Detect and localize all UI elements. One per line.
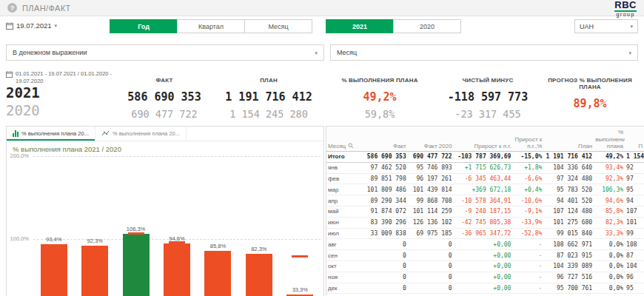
table-cell: 0,0% xyxy=(594,263,625,269)
table-row[interactable]: апр89 290 34499 868 708-10 578 364,91-10… xyxy=(326,195,644,206)
chart-tab-bar-chart[interactable]: % выполнения плана 20... xyxy=(7,127,95,141)
kpi-forecast-completion: ПРОГНОЗ % ВЫПОЛНЕНИЯ ПЛАНА 89,8% xyxy=(540,77,640,115)
period-button-group: Год Квартал Месяц xyxy=(110,19,312,33)
bar-value-label: 92,3% xyxy=(78,238,111,244)
help-icon[interactable]: ? xyxy=(7,3,17,13)
table-row[interactable]: фев89 851 79896 197 261-6 345 463,44-6,6… xyxy=(326,174,644,185)
table-cell: 101 114 259 xyxy=(408,208,454,215)
table-cell: 0 xyxy=(408,274,454,280)
bar-июн[interactable] xyxy=(246,254,272,296)
bar-value-label: 82,3% xyxy=(243,246,275,252)
table-row[interactable]: авг00+0,00-108 662 9710,0%108 xyxy=(326,239,644,250)
period-button-year[interactable]: Год xyxy=(110,19,178,33)
table-row[interactable]: ноя00+0,00-96 727 5160,0%96 xyxy=(326,272,644,283)
chevron-down-icon: ▾ xyxy=(55,23,58,28)
column-header-1[interactable]: Факт xyxy=(358,141,408,151)
kpi-band: 01.01.2021 - 19.07.2021 / 01.01.2020 - 1… xyxy=(0,68,644,126)
table-cell: - xyxy=(512,263,543,269)
column-header-0[interactable]: Месяц xyxy=(326,141,358,151)
chevron-down-icon: ▾ xyxy=(630,24,633,29)
table-row[interactable]: июл33 009 83869 975 185-36 965 347,72-52… xyxy=(326,229,644,240)
year-button-2020[interactable]: 2020 xyxy=(393,19,461,33)
table-cell: 93,4% xyxy=(594,164,625,171)
period-button-quarter[interactable]: Квартал xyxy=(177,19,245,33)
kpi-date-range-text: 01.01.2021 - 19.07.2021 / 01.01.2020 - 1… xyxy=(16,70,126,85)
table-header: МесяцФактФакт 2020Прирост к п.г.Прирост … xyxy=(326,127,644,152)
table-cell: 101 275 680 xyxy=(543,219,594,226)
column-header-2[interactable]: Факт 2020 xyxy=(408,141,454,151)
period-button-month[interactable]: Месяц xyxy=(244,19,312,33)
currency-value: UAH xyxy=(580,23,594,30)
table-cell: 95 xyxy=(625,186,644,193)
table-cell: 89 290 344 xyxy=(358,198,408,204)
date-picker-value: 19.07.2021 xyxy=(16,21,52,30)
column-header-label: Месяц xyxy=(328,143,346,149)
table-row[interactable]: июн83 390 296126 136 102-42 745 805,38-3… xyxy=(326,218,644,229)
column-header-7[interactable]: П xyxy=(625,141,644,151)
table-cell: сен xyxy=(326,252,358,259)
table-cell: 104 xyxy=(625,263,644,269)
bar-янв[interactable] xyxy=(41,244,67,296)
prev-year-marker xyxy=(128,232,144,235)
column-header-4[interactable]: Прирост к п.г.,% xyxy=(512,135,543,151)
column-header-5[interactable]: План xyxy=(543,141,594,151)
table-cell: -33,9% xyxy=(512,219,543,226)
dimension-select-value: Месяц xyxy=(337,49,357,56)
table-cell: 0 xyxy=(408,252,454,259)
table-cell: 69 975 185 xyxy=(408,230,454,237)
bar-value-label: 93,4% xyxy=(38,236,70,243)
table-row[interactable]: май91 874 072101 114 259-9 240 187,15-9,… xyxy=(326,206,644,218)
currency-select[interactable]: UAH ▾ xyxy=(574,19,638,33)
table-cell: 126 136 102 xyxy=(408,219,454,226)
table-cell: 107 xyxy=(625,208,644,215)
table-cell: 586 690 353 xyxy=(358,153,408,160)
table-row[interactable]: дек00+0,00-95 700 7610,0%95 xyxy=(326,283,644,295)
table-cell: 106,3% xyxy=(594,186,625,193)
table-cell: - xyxy=(512,274,543,280)
toolbar-row-2: В денежном выражении ▾ Месяц ▾ xyxy=(0,44,644,61)
kpi-header: % ВЫПОЛНЕНИЯ ПЛАНА xyxy=(327,77,432,84)
table-cell: +1 715 626,73 xyxy=(454,164,513,171)
table-row[interactable]: Итого586 690 353690 477 722-103 787 369,… xyxy=(326,152,644,163)
date-picker[interactable]: 19.07.2021 ▾ xyxy=(6,21,57,30)
kpi-year-prev: 2020 xyxy=(6,102,40,118)
table-cell: авг xyxy=(326,241,358,248)
kpi-net-minus: ЧИСТЫЙ МИНУС -118 597 773 -23 317 455 xyxy=(435,77,540,120)
kpi-header: ЧИСТЫЙ МИНУС xyxy=(435,77,540,84)
table-cell: фев xyxy=(326,175,358,182)
table-row[interactable]: янв97 462 52095 746 893+1 715 626,73+1,8… xyxy=(326,163,644,174)
table-row[interactable]: мар101 809 486101 439 814+369 672,18+0,4… xyxy=(326,184,644,195)
search-icon[interactable] xyxy=(348,143,354,149)
table-cell: 92,3% xyxy=(594,175,625,182)
bar-май[interactable] xyxy=(204,251,231,296)
measure-select[interactable]: В денежном выражении ▾ xyxy=(6,44,324,61)
table-cell: 97 462 520 xyxy=(358,164,408,171)
table-cell: 95 xyxy=(625,285,644,292)
bar-апр[interactable] xyxy=(164,243,190,296)
table-row[interactable]: окт00+0,00-104 339 0890,0%104 xyxy=(326,261,644,272)
table-cell: 94 xyxy=(625,198,644,204)
plan-fact-table: МесяцФактФакт 2020Прирост к п.г.Прирост … xyxy=(326,126,644,296)
rbc-group-logo: RBC group xyxy=(614,0,637,17)
bar-value-label: 33,3% xyxy=(284,286,316,293)
bar-фев[interactable] xyxy=(81,246,108,296)
logo-rbc-text: RBC xyxy=(614,0,637,12)
kpi-value-prev: 1 154 245 280 xyxy=(216,108,321,120)
bar-мар[interactable] xyxy=(123,234,150,296)
column-header-6[interactable]: % выполнения плана xyxy=(594,127,625,151)
table-cell: +0,00 xyxy=(454,241,513,248)
chart-tab-bar: % выполнения плана 20... % выполнения пл… xyxy=(7,127,323,141)
chart-tab-line-chart[interactable]: % выполнения плана 20... xyxy=(95,127,187,141)
table-cell: 92 xyxy=(625,164,644,171)
year-button-2021[interactable]: 2021 xyxy=(326,19,394,33)
y-axis-tick-label: 100,0% xyxy=(7,235,29,242)
table-row[interactable]: сен00+0,00-87 023 9150,0%87 xyxy=(326,250,644,261)
table-cell: 0 xyxy=(408,263,454,269)
table-cell: 94,6% xyxy=(594,198,625,204)
calendar-icon xyxy=(6,22,13,30)
dimension-select[interactable]: Месяц ▾ xyxy=(330,44,638,61)
table-cell: 96 xyxy=(625,274,644,280)
table-cell: дек xyxy=(326,285,358,292)
table-cell: 108 662 971 xyxy=(543,241,594,248)
column-header-3[interactable]: Прирост к п.г. xyxy=(454,141,513,151)
